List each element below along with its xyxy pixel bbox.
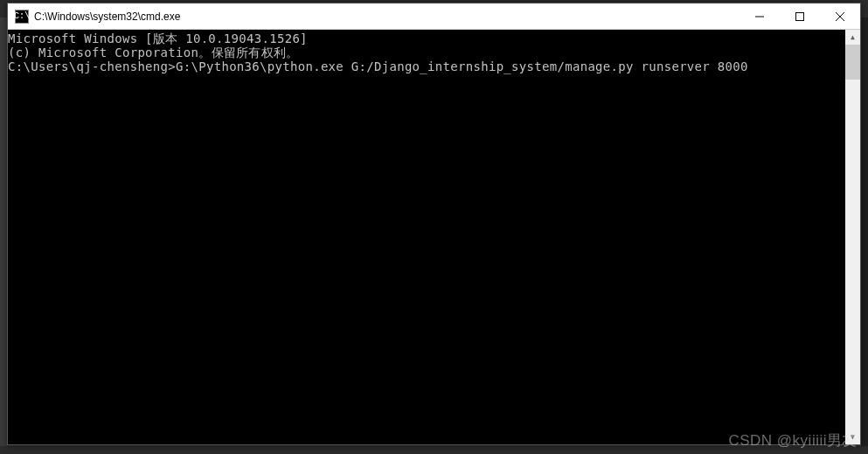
- scroll-thumb[interactable]: [845, 45, 860, 80]
- svg-rect-1: [796, 12, 804, 20]
- minimize-icon: [755, 12, 764, 21]
- minimize-button[interactable]: [740, 3, 780, 29]
- scrollbar[interactable]: ▲ ▼: [845, 30, 860, 444]
- console-line-copyright: (c) Microsoft Corporation。保留所有权利。: [8, 45, 860, 59]
- close-button[interactable]: [820, 3, 860, 29]
- maximize-icon: [795, 12, 804, 21]
- background-left-strip: [0, 17, 7, 446]
- cmd-icon: C:\: [15, 10, 29, 24]
- console-line-version: Microsoft Windows [版本 10.0.19043.1526]: [8, 31, 860, 45]
- scroll-up-button[interactable]: ▲: [845, 30, 860, 45]
- background-right-strip: [861, 17, 868, 446]
- maximize-button[interactable]: [780, 3, 820, 29]
- console-area[interactable]: Microsoft Windows [版本 10.0.19043.1526] (…: [8, 30, 860, 444]
- titlebar[interactable]: C:\ C:\Windows\system32\cmd.exe: [8, 3, 860, 30]
- console-line-command: C:\Users\qj-chensheng>G:\Python36\python…: [8, 59, 860, 73]
- window-title: C:\Windows\system32\cmd.exe: [34, 10, 740, 23]
- watermark-text: CSDN @kyiiiii男友: [728, 430, 858, 451]
- cmd-window: C:\ C:\Windows\system32\cmd.exe Microsof…: [7, 3, 861, 445]
- titlebar-buttons: [740, 3, 860, 29]
- close-icon: [836, 12, 844, 21]
